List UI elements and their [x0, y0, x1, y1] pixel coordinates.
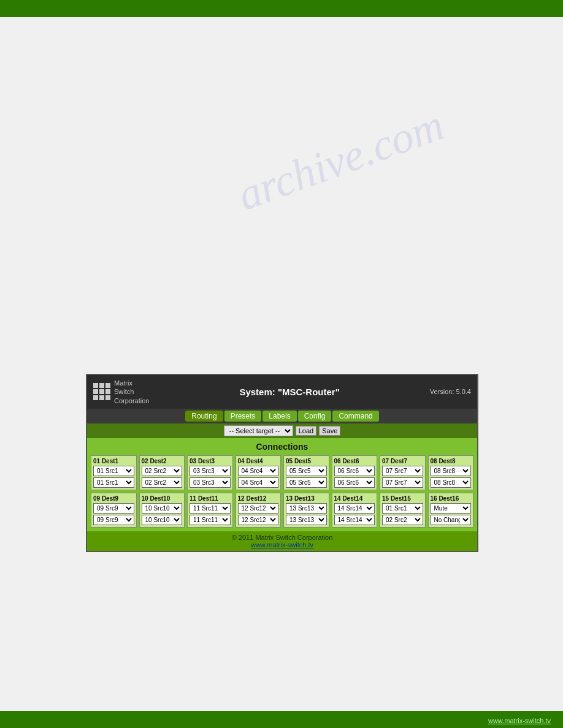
dest-select-13-1[interactable]: 13 Src13	[286, 503, 327, 514]
tab-presets[interactable]: Presets	[224, 411, 262, 422]
dest-label-14: 14 Dest14	[334, 495, 375, 502]
top-bar	[0, 0, 563, 17]
footer-copyright: © 2011 Matrix Switch Corporation	[90, 534, 475, 541]
content-area: Connections 01 Dest101 Src101 Src102 Des…	[87, 438, 477, 531]
dest-label-15: 15 Dest15	[382, 495, 423, 502]
dest-select-7-2[interactable]: 07 Src7	[382, 477, 423, 488]
logo-area: Matrix Switch Corporation	[93, 379, 149, 405]
dest-select-2-2[interactable]: 02 Src2	[142, 477, 183, 488]
dest-select-10-1[interactable]: 10 Src10	[142, 503, 183, 514]
dest-select-15-1[interactable]: 01 Src1	[382, 503, 423, 514]
tab-labels[interactable]: Labels	[262, 411, 296, 422]
footer-link[interactable]: www.matrix-switch.tv	[251, 541, 313, 548]
system-title: System: "MSC-Router"	[149, 387, 429, 397]
dest-cell-11: 11 Dest1111 Src1111 Src11	[187, 493, 233, 528]
dest-cell-6: 06 Dest606 Src606 Src6	[332, 455, 378, 490]
dest-select-16-2[interactable]: No Change	[431, 515, 472, 525]
dest-select-8-2[interactable]: 08 Src8	[431, 477, 472, 488]
dest-select-1-1[interactable]: 01 Src1	[93, 466, 134, 476]
dest-label-5: 05 Dest5	[286, 458, 327, 464]
dest-cell-16: 16 Dest16MuteNo Change	[428, 493, 474, 528]
dest-cell-4: 04 Dest404 Src404 Src4	[236, 455, 282, 490]
dest-label-8: 08 Dest8	[431, 458, 472, 464]
dest-label-2: 02 Dest2	[142, 458, 183, 464]
dest-cell-7: 07 Dest707 Src707 Src7	[380, 455, 426, 490]
tab-config[interactable]: Config	[298, 411, 332, 422]
target-select[interactable]: -- Select target --	[224, 425, 293, 436]
dest-cell-1: 01 Dest101 Src101 Src1	[91, 455, 137, 490]
dest-select-6-1[interactable]: 06 Src6	[334, 466, 375, 476]
connections-grid: 01 Dest101 Src101 Src102 Dest202 Src202 …	[91, 455, 473, 528]
dest-cell-14: 14 Dest1414 Src1414 Src14	[332, 493, 378, 528]
dest-label-7: 07 Dest7	[382, 458, 423, 464]
bottom-bar: www.matrix-switch.tv	[0, 711, 563, 728]
dest-select-12-2[interactable]: 12 Src12	[238, 515, 279, 525]
dest-label-9: 09 Dest9	[93, 495, 134, 502]
dest-select-4-2[interactable]: 04 Src4	[238, 477, 279, 488]
dest-label-1: 01 Dest1	[93, 458, 134, 464]
dest-select-12-1[interactable]: 12 Src12	[238, 503, 279, 514]
dest-select-10-2[interactable]: 10 Src10	[142, 515, 183, 525]
dest-select-1-2[interactable]: 01 Src1	[93, 477, 134, 488]
panel-footer: © 2011 Matrix Switch Corporation www.mat…	[87, 531, 477, 551]
dest-cell-3: 03 Dest303 Src303 Src3	[187, 455, 233, 490]
main-panel: Matrix Switch Corporation System: "MSC-R…	[86, 374, 478, 552]
dest-cell-15: 15 Dest1501 Src102 Src2	[380, 493, 426, 528]
dest-label-10: 10 Dest10	[142, 495, 183, 502]
tab-routing[interactable]: Routing	[185, 411, 223, 422]
dest-label-6: 06 Dest6	[334, 458, 375, 464]
dest-cell-13: 13 Dest1313 Src1313 Src13	[283, 493, 329, 528]
dest-cell-10: 10 Dest1010 Src1010 Src10	[139, 493, 185, 528]
dest-cell-9: 09 Dest909 Src909 Src9	[91, 493, 137, 528]
logo-grid	[93, 383, 110, 400]
version-text: Version: 5.0.4	[430, 388, 471, 395]
dest-select-14-2[interactable]: 14 Src14	[334, 515, 375, 525]
load-button[interactable]: Load	[296, 426, 316, 436]
dest-select-15-2[interactable]: 02 Src2	[382, 515, 423, 525]
dest-select-2-1[interactable]: 02 Src2	[142, 466, 183, 476]
toolbar-row: -- Select target -- Load Save	[87, 423, 477, 438]
dest-cell-8: 08 Dest808 Src808 Src8	[428, 455, 474, 490]
dest-select-7-1[interactable]: 07 Src7	[382, 466, 423, 476]
dest-cell-2: 02 Dest202 Src202 Src2	[139, 455, 185, 490]
dest-select-9-2[interactable]: 09 Src9	[93, 515, 134, 525]
dest-select-4-1[interactable]: 04 Src4	[238, 466, 279, 476]
nav-tabs: Routing Presets Labels Config Command	[87, 409, 477, 423]
connections-title: Connections	[91, 442, 473, 452]
tab-command[interactable]: Command	[332, 411, 378, 422]
dest-label-12: 12 Dest12	[238, 495, 279, 502]
dest-label-4: 04 Dest4	[238, 458, 279, 464]
logo-text: Matrix Switch Corporation	[114, 379, 149, 405]
dest-select-5-1[interactable]: 05 Src5	[286, 466, 327, 476]
dest-label-3: 03 Dest3	[190, 458, 231, 464]
dest-select-13-2[interactable]: 13 Src13	[286, 515, 327, 525]
dest-select-3-1[interactable]: 03 Src3	[190, 466, 231, 476]
dest-select-5-2[interactable]: 05 Src5	[286, 477, 327, 488]
dest-cell-5: 05 Dest505 Src505 Src5	[283, 455, 329, 490]
dest-select-14-1[interactable]: 14 Src14	[334, 503, 375, 514]
dest-select-3-2[interactable]: 03 Src3	[190, 477, 231, 488]
dest-label-13: 13 Dest13	[286, 495, 327, 502]
dest-label-16: 16 Dest16	[431, 495, 472, 502]
dest-select-6-2[interactable]: 06 Src6	[334, 477, 375, 488]
bottom-bar-text: www.matrix-switch.tv	[488, 717, 551, 724]
header-row: Matrix Switch Corporation System: "MSC-R…	[87, 375, 477, 409]
dest-select-8-1[interactable]: 08 Src8	[431, 466, 472, 476]
watermark: archive.com	[231, 99, 450, 221]
dest-cell-12: 12 Dest1212 Src1212 Src12	[236, 493, 282, 528]
dest-select-9-1[interactable]: 09 Src9	[93, 503, 134, 514]
dest-select-11-1[interactable]: 11 Src11	[190, 503, 231, 514]
save-button[interactable]: Save	[319, 426, 340, 436]
dest-select-16-1[interactable]: Mute	[431, 503, 472, 514]
dest-label-11: 11 Dest11	[190, 495, 231, 502]
dest-select-11-2[interactable]: 11 Src11	[190, 515, 231, 525]
